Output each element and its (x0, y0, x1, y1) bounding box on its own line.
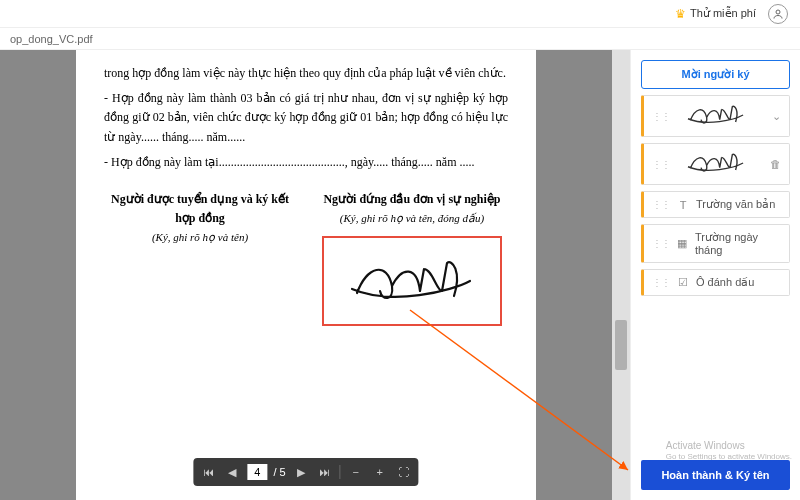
signature-tool-2[interactable]: ⋮⋮ 🗑 (641, 143, 790, 185)
checkbox-icon: ☑ (676, 276, 690, 289)
invite-signer-button[interactable]: Mời người ký (641, 60, 790, 89)
windows-watermark: Activate Windows Go to Settings to activ… (666, 440, 792, 462)
doc-line: - Hợp đồng này làm tại..................… (104, 153, 508, 172)
scroll-thumb[interactable] (615, 320, 627, 370)
calendar-icon: ▦ (676, 237, 689, 250)
signature-column-right: Người đứng đầu đơn vị sự nghiệp (Ký, ghi… (316, 190, 508, 326)
signature-placed[interactable] (322, 236, 502, 326)
trial-button[interactable]: ♛ Thử miễn phí (675, 7, 756, 21)
tool-label: Trường ngày tháng (695, 231, 781, 256)
page-navigation-toolbar: ⏮ ◀ / 5 ▶ ⏭ − + ⛶ (193, 458, 418, 486)
last-page-icon[interactable]: ⏭ (316, 463, 334, 481)
crown-icon: ♛ (675, 7, 686, 21)
drag-handle-icon[interactable]: ⋮⋮ (652, 277, 670, 288)
zoom-out-icon[interactable]: − (347, 463, 365, 481)
sig-right-note: (Ký, ghi rõ họ và tên, đóng dấu) (340, 212, 484, 224)
prev-page-icon[interactable]: ◀ (223, 463, 241, 481)
finish-sign-button[interactable]: Hoàn thành & Ký tên (641, 460, 790, 490)
document-viewport: trong hợp đồng làm việc này thực hiện th… (0, 50, 612, 500)
page-number-input[interactable] (247, 464, 267, 480)
signature-tool-1[interactable]: ⋮⋮ ⌄ (641, 95, 790, 137)
sig-left-note: (Ký, ghi rõ họ và tên) (152, 231, 248, 243)
tool-label: Trường văn bản (696, 198, 775, 211)
drag-handle-icon[interactable]: ⋮⋮ (652, 199, 670, 210)
zoom-in-icon[interactable]: + (371, 463, 389, 481)
text-field-tool[interactable]: ⋮⋮ T Trường văn bản (641, 191, 790, 218)
signature-glyph-icon (342, 251, 482, 311)
user-avatar-icon[interactable] (768, 4, 788, 24)
tab-bar: op_dong_VC.pdf (0, 28, 800, 50)
document-page: trong hợp đồng làm việc này thực hiện th… (76, 50, 536, 500)
sig-left-title: Người được tuyển dụng và ký kết hợp đồng (111, 192, 289, 225)
text-icon: T (676, 199, 690, 211)
drag-handle-icon[interactable]: ⋮⋮ (652, 159, 670, 170)
filename-tab[interactable]: op_dong_VC.pdf (10, 33, 93, 45)
signature-column-left: Người được tuyển dụng và ký kết hợp đồng… (104, 190, 296, 326)
svg-point-0 (776, 10, 780, 14)
fit-page-icon[interactable]: ⛶ (395, 463, 413, 481)
tool-label: Ô đánh dấu (696, 276, 754, 289)
sidebar: Mời người ký ⋮⋮ ⌄ ⋮⋮ 🗑 ⋮⋮ T Trường văn b… (630, 50, 800, 500)
signature-preview-icon (676, 101, 766, 131)
doc-line: - Hợp đồng này làm thành 03 bản có giá t… (104, 89, 508, 147)
page-total: / 5 (273, 466, 285, 478)
drag-handle-icon[interactable]: ⋮⋮ (652, 238, 670, 249)
trash-icon[interactable]: 🗑 (770, 158, 781, 170)
checkbox-tool[interactable]: ⋮⋮ ☑ Ô đánh dấu (641, 269, 790, 296)
drag-handle-icon[interactable]: ⋮⋮ (652, 111, 670, 122)
top-bar: ♛ Thử miễn phí (0, 0, 800, 28)
first-page-icon[interactable]: ⏮ (199, 463, 217, 481)
chevron-down-icon[interactable]: ⌄ (772, 110, 781, 123)
sig-right-title: Người đứng đầu đơn vị sự nghiệp (323, 192, 500, 206)
next-page-icon[interactable]: ▶ (292, 463, 310, 481)
signature-preview-icon (676, 149, 764, 179)
doc-line: trong hợp đồng làm việc này thực hiện th… (104, 64, 508, 83)
scrollbar[interactable] (612, 50, 630, 500)
date-field-tool[interactable]: ⋮⋮ ▦ Trường ngày tháng (641, 224, 790, 263)
trial-label: Thử miễn phí (690, 7, 756, 20)
